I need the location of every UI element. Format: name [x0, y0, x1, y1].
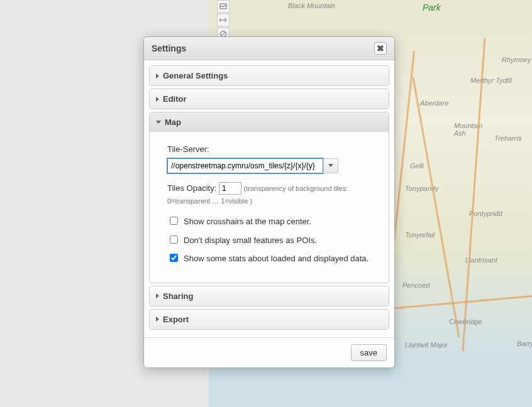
- tile-server-dropdown-toggle[interactable]: [323, 158, 338, 173]
- crosshairs-label: Show crosshairs at the map center.: [184, 215, 371, 228]
- small-features-row: Don't display small features as POIs.: [167, 234, 371, 247]
- close-icon: ✖: [377, 43, 384, 53]
- tool-image-button[interactable]: [217, 0, 230, 13]
- accordion-export: Export: [149, 309, 389, 330]
- tool-width-button[interactable]: [217, 14, 230, 26]
- dialog-body: General Settings Editor Map Tile-Server:: [144, 60, 394, 337]
- map-label: Black Mountain: [288, 2, 335, 9]
- settings-dialog: Settings ✖ General Settings Editor Map T…: [143, 36, 395, 368]
- map-label: Rhymney: [502, 56, 531, 63]
- accordion-sharing: Sharing: [149, 286, 389, 307]
- save-button[interactable]: save: [351, 344, 387, 361]
- dialog-title: Settings: [152, 43, 186, 53]
- accordion-map: Map Tile-Server: Tiles Opacity: (transpa…: [149, 112, 389, 283]
- image-icon: [219, 3, 227, 10]
- accordion-header-export[interactable]: Export: [150, 310, 389, 329]
- accordion-editor: Editor: [149, 89, 389, 109]
- map-label: Pencoed: [402, 281, 429, 289]
- accordion-general-settings: General Settings: [149, 65, 389, 86]
- accordion-header-sharing[interactable]: Sharing: [150, 286, 389, 306]
- map-label: Tonyrefail: [405, 231, 435, 239]
- tile-server-combo: [167, 158, 338, 173]
- tile-server-input[interactable]: [167, 158, 323, 173]
- dialog-footer: save: [144, 337, 394, 367]
- map-label: Treharris: [494, 134, 521, 142]
- crosshairs-row: Show crosshairs at the map center.: [167, 215, 371, 228]
- small-features-label: Don't display small features as POIs.: [184, 234, 371, 247]
- map-toolbar: [217, 0, 230, 41]
- map-section-content: Tile-Server: Tiles Opacity: (transparenc…: [150, 132, 389, 283]
- accordion-label: Editor: [163, 94, 187, 104]
- svg-line-4: [221, 32, 225, 36]
- chevron-right-icon: [156, 73, 159, 79]
- map-label: Barry: [517, 340, 532, 347]
- small-features-checkbox[interactable]: [170, 236, 178, 244]
- map-label: Gelli: [410, 162, 424, 170]
- chevron-down-icon: [156, 121, 161, 124]
- chevron-right-icon: [156, 293, 159, 298]
- dialog-close-button[interactable]: ✖: [374, 42, 387, 55]
- accordion-header-general[interactable]: General Settings: [150, 66, 389, 85]
- map-label: Pontypridd: [469, 210, 502, 217]
- crosshairs-checkbox[interactable]: [170, 217, 178, 225]
- accordion-header-editor[interactable]: Editor: [150, 89, 389, 109]
- accordion-header-map[interactable]: Map: [150, 112, 389, 132]
- tiles-opacity-input[interactable]: [219, 182, 241, 195]
- map-label: Merthyr Tydfil: [470, 77, 512, 84]
- stats-label: Show some stats about loaded and display…: [184, 252, 371, 265]
- accordion-label: Map: [165, 117, 181, 127]
- map-label: Park: [423, 3, 441, 13]
- map-label: Aberdare: [420, 99, 448, 107]
- chevron-down-icon: [328, 164, 333, 167]
- chevron-right-icon: [156, 317, 159, 322]
- accordion-label: Export: [163, 315, 189, 324]
- width-icon: [219, 16, 227, 24]
- tiles-opacity-row: Tiles Opacity: (transparency of backgrou…: [167, 182, 371, 207]
- accordion-label: General Settings: [163, 71, 228, 80]
- map-label: Llantwit Major: [405, 341, 448, 349]
- stats-checkbox[interactable]: [170, 254, 178, 262]
- accordion-label: Sharing: [163, 291, 193, 301]
- chevron-right-icon: [156, 97, 159, 102]
- tile-server-label: Tile-Server:: [167, 143, 371, 156]
- stats-row: Show some stats about loaded and display…: [167, 252, 371, 265]
- dialog-header[interactable]: Settings ✖: [144, 37, 394, 60]
- tiles-opacity-label: Tiles Opacity:: [167, 183, 216, 193]
